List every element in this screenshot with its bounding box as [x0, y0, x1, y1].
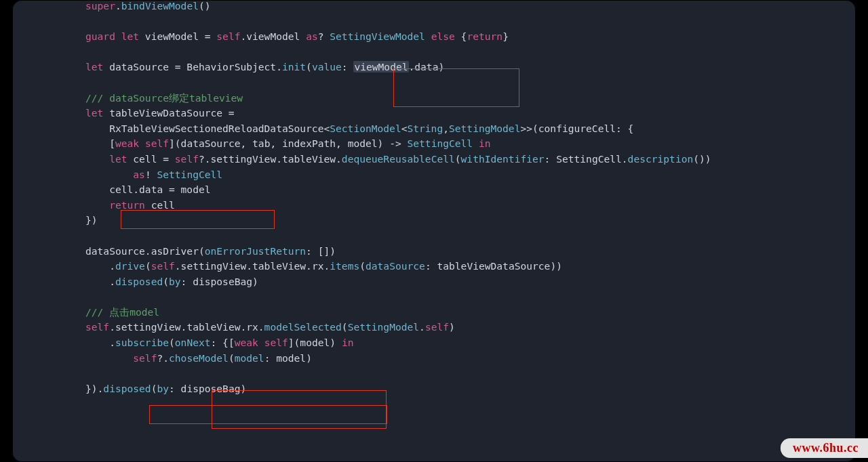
code-token: else — [431, 30, 455, 42]
code-token: . — [85, 337, 115, 348]
code-token: drive — [115, 260, 145, 272]
code-token: self — [425, 321, 449, 333]
code-token: ( — [306, 61, 312, 72]
code-token: withIdentifier — [461, 153, 545, 165]
code-token: : {[ — [211, 337, 235, 348]
watermark-badge: www.6hu.cc — [781, 438, 868, 458]
code-token: cell.data = model — [85, 184, 211, 195]
code-token: SettingModel — [449, 123, 520, 134]
code-token — [85, 153, 109, 165]
code-token: ( — [342, 321, 348, 333]
code-token: ! — [145, 169, 157, 180]
code-token: dequeueReusableCell — [342, 153, 455, 165]
code-token: as — [133, 169, 145, 180]
code-token: disposed — [103, 383, 151, 394]
code-token: as — [306, 30, 318, 42]
code-token: : — [342, 61, 354, 72]
code-token: ) — [449, 321, 455, 333]
code-token — [139, 138, 145, 149]
annotation-box-4 — [149, 405, 387, 424]
code-token: . — [85, 276, 115, 287]
code-token: . — [419, 321, 425, 333]
code-token: RxTableViewSectionedReloadDataSource< — [85, 123, 330, 134]
code-token: self — [175, 153, 199, 165]
code-token: in — [342, 337, 354, 348]
code-token: viewModel = — [139, 30, 216, 42]
code-token: disposed — [115, 276, 163, 287]
code-token: self — [85, 321, 109, 333]
code-token: ?. — [157, 352, 169, 364]
code-token: let — [85, 107, 103, 119]
code-token — [425, 30, 431, 42]
code-token: ()) — [693, 153, 711, 165]
code-token: , — [443, 123, 449, 134]
code-token: SettingModel — [348, 321, 419, 333]
code-token: { — [455, 30, 467, 42]
code-token: ?.settingView.tableView. — [199, 153, 342, 165]
code-token: () — [199, 0, 211, 12]
code-token: bindViewModel — [121, 0, 199, 12]
code-token: >>(configureCell: { — [520, 123, 633, 134]
code-block[interactable]: super.bindViewModel() guard let viewMode… — [12, 0, 856, 396]
code-token: ( — [169, 337, 175, 348]
code-highlighted: viewModel — [353, 61, 408, 72]
code-token: SettingCell — [408, 138, 473, 149]
code-token: let — [85, 61, 103, 72]
code-token: : model) — [264, 352, 312, 364]
code-token: SectionModel — [330, 123, 401, 134]
code-token — [85, 199, 109, 211]
code-token: .settingView.tableView.rx. — [175, 260, 330, 272]
code-token: String — [407, 123, 443, 134]
code-token: cell — [145, 199, 175, 211]
code-token: : tableViewDataSource)) — [425, 260, 562, 272]
code-token: ? — [318, 30, 330, 42]
code-token: ( — [163, 276, 169, 287]
code-token: [ — [85, 138, 115, 149]
code-token: SettingViewModel — [330, 30, 425, 42]
code-token: : disposeBag) — [169, 383, 246, 394]
code-comment: /// dataSource绑定tableview — [85, 92, 243, 104]
code-token: by — [169, 276, 181, 287]
code-token: . — [85, 260, 115, 272]
code-token: .settingView.tableView.rx. — [109, 321, 264, 333]
code-token: onErrorJustReturn — [205, 245, 306, 257]
code-editor-pane: super.bindViewModel() guard let viewMode… — [12, 0, 856, 462]
code-token — [85, 352, 133, 364]
code-token — [85, 169, 133, 180]
code-token: . — [115, 0, 121, 12]
code-token: : []) — [306, 245, 336, 257]
code-token: guard let — [85, 30, 139, 42]
code-token: dataSource = BehaviorSubject. — [103, 61, 282, 72]
code-token: : SettingCell. — [545, 153, 628, 165]
code-token: self — [133, 352, 157, 364]
code-token: subscribe — [115, 337, 169, 348]
code-token: choseModel — [169, 352, 229, 364]
code-token: super — [85, 0, 115, 12]
code-token: let — [109, 153, 127, 165]
code-token: weak — [235, 337, 258, 348]
code-token: by — [157, 383, 169, 394]
code-token: weak — [115, 138, 139, 149]
code-token: self — [264, 337, 288, 348]
code-token: value — [312, 61, 342, 72]
code-token: dataSource — [366, 260, 425, 272]
code-token: onNext — [175, 337, 211, 348]
code-token: cell = — [127, 153, 175, 165]
code-token: ( — [229, 352, 235, 364]
code-token: }) — [85, 214, 98, 226]
code-token: items — [330, 260, 359, 272]
code-token: : disposeBag) — [181, 276, 258, 287]
code-token — [258, 337, 264, 348]
code-token: }). — [85, 383, 103, 394]
code-token: in — [479, 138, 491, 149]
code-token: ( — [145, 260, 151, 272]
code-token: model — [235, 352, 264, 364]
code-token: ](model) — [288, 337, 342, 348]
code-token: return — [467, 30, 502, 42]
code-token: .viewModel — [240, 30, 306, 42]
code-token: init — [282, 61, 306, 72]
code-token: self — [151, 260, 175, 272]
code-token: self — [216, 30, 240, 42]
code-token: .data) — [409, 61, 445, 72]
code-token: description — [628, 153, 694, 165]
